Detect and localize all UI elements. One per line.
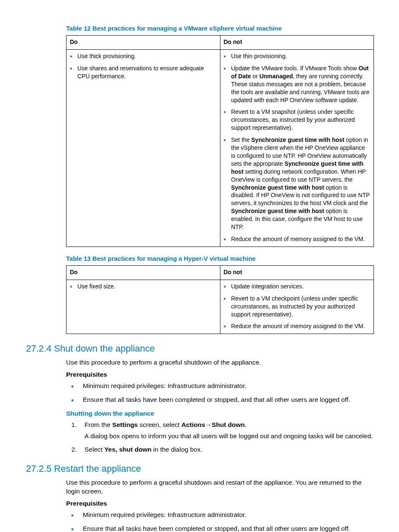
table13-header-do: Do: [66, 265, 220, 280]
table12-header-donot: Do not: [220, 36, 374, 50]
list-item: Minimum required privileges: Infrastruct…: [66, 511, 374, 519]
table13-do-cell: Use fixed size.: [66, 280, 220, 334]
table13-do-list: Use fixed size.: [70, 283, 217, 290]
list-item: Update integration services.: [224, 283, 371, 290]
section-27-2-5-prereqs: Minimum required privileges: Infrastruct…: [66, 511, 374, 532]
table12-caption: Table 12 Best practices for managing a V…: [66, 24, 374, 33]
list-item: Use thin provisioning.: [224, 52, 371, 60]
list-item: Ensure that all tasks have been complete…: [66, 396, 374, 404]
document-page: Table 12 Best practices for managing a V…: [0, 0, 399, 532]
step-item: Select Yes, shut down in the dialog box.: [79, 445, 374, 454]
table12-header-do: Do: [66, 36, 220, 50]
list-item: Reduce the amount of memory assigned to …: [224, 235, 371, 243]
table13-header-donot: Do not: [220, 265, 374, 280]
list-item: Update the VMware tools. If VMware Tools…: [224, 64, 371, 104]
section-27-2-5-intro: Use this procedure to perform a graceful…: [66, 478, 374, 496]
section-27-2-4-intro: Use this procedure to perform a graceful…: [66, 358, 374, 367]
section-27-2-5-title: 27.2.5 Restart the appliance: [26, 463, 374, 475]
table12-donot-cell: Use thin provisioning.Update the VMware …: [220, 50, 374, 247]
list-item: Revert to a VM checkpoint (unless under …: [224, 295, 371, 319]
list-item: Minimum required privileges: Infrastruct…: [66, 382, 374, 391]
section-27-2-4-steps: From the Settings screen, select Actions…: [66, 421, 374, 455]
list-item: Set the Synchronize guest time with host…: [224, 136, 371, 231]
list-item: Reduce the amount of memory assigned to …: [224, 322, 371, 330]
section-27-2-4-subhead: Shutting down the appliance: [66, 409, 374, 418]
list-item: Ensure that all tasks have been complete…: [66, 524, 374, 532]
section-27-2-4-prereqs: Minimum required privileges: Infrastruct…: [66, 382, 374, 404]
table13-donot-list: Update integration services.Revert to a …: [224, 283, 371, 330]
table12: Do Do not Use thick provisioning.Use sha…: [66, 35, 374, 247]
list-item: Use shares and reservations to ensure ad…: [70, 64, 217, 80]
table12-donot-list: Use thin provisioning.Update the VMware …: [224, 52, 371, 243]
table13-caption: Table 13 Best practices for managing a H…: [66, 254, 374, 263]
section-27-2-4-prereq-label: Prerequisites: [66, 370, 374, 379]
step-item: From the Settings screen, select Actions…: [79, 421, 374, 441]
table13-donot-cell: Update integration services.Revert to a …: [220, 280, 374, 334]
table12-do-cell: Use thick provisioning.Use shares and re…: [66, 50, 220, 247]
list-item: Use thick provisioning.: [70, 52, 217, 60]
list-item: Revert to a VM snapshot (unless under sp…: [224, 108, 371, 132]
table13: Do Do not Use fixed size. Update integra…: [66, 265, 374, 334]
list-item: Use fixed size.: [70, 283, 217, 290]
table12-do-list: Use thick provisioning.Use shares and re…: [70, 52, 217, 80]
section-27-2-4-title: 27.2.4 Shut down the appliance: [26, 342, 374, 355]
section-27-2-5-prereq-label: Prerequisites: [66, 499, 374, 508]
